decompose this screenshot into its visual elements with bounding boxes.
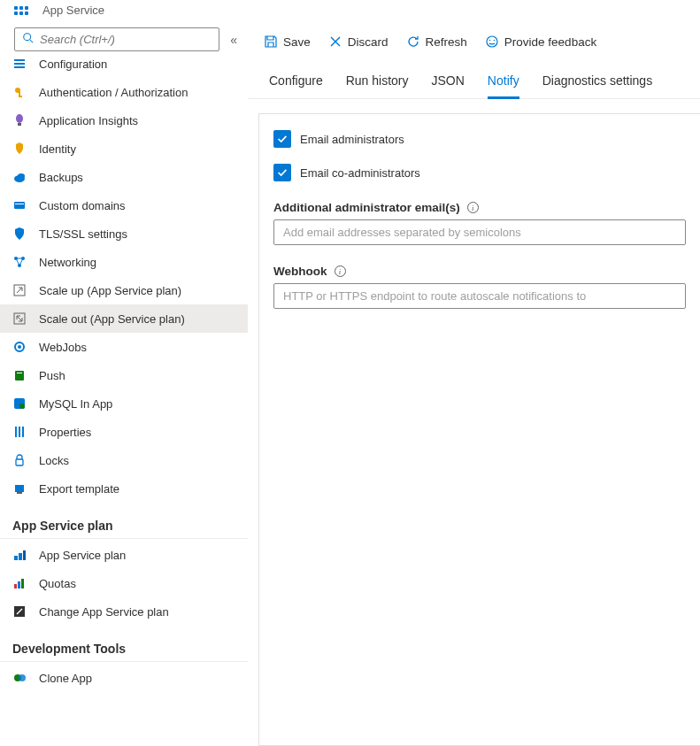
lock-icon <box>12 453 27 467</box>
email-coadmins-label: Email co-administrators <box>300 166 420 180</box>
refresh-button[interactable]: Refresh <box>406 35 467 49</box>
svg-rect-33 <box>17 492 22 494</box>
sidebar-item-authentication-authorization[interactable]: Authentication / Authorization <box>0 78 248 106</box>
search-icon <box>22 32 35 47</box>
discard-icon <box>328 35 342 49</box>
sidebar-item-application-insights[interactable]: Application Insights <box>0 106 248 135</box>
sidebar-item-mysql-in-app[interactable]: MySQL In App <box>0 389 248 418</box>
tab-diagnostics-settings[interactable]: Diagnostics settings <box>542 68 653 99</box>
notify-panel: Email administrators Email co-administra… <box>258 113 700 746</box>
svg-rect-12 <box>14 202 25 209</box>
identity-icon <box>12 142 27 156</box>
sidebar-item-label: MySQL In App <box>39 397 112 411</box>
svg-rect-25 <box>17 373 22 373</box>
sidebar-item-label: Scale out (App Service plan) <box>39 312 185 326</box>
svg-rect-31 <box>16 459 23 465</box>
sidebar-item-locks[interactable]: Locks <box>0 446 248 474</box>
sidebar-item-identity[interactable]: Identity <box>0 135 248 163</box>
discard-button[interactable]: Discard <box>328 35 388 49</box>
info-icon[interactable]: i <box>335 265 346 277</box>
sidebar-item-label: WebJobs <box>39 341 87 354</box>
email-coadmins-checkbox[interactable] <box>273 164 291 181</box>
svg-point-0 <box>24 34 31 41</box>
svg-point-27 <box>19 404 25 409</box>
svg-rect-2 <box>14 59 25 61</box>
save-icon <box>264 35 278 49</box>
svg-rect-24 <box>15 371 24 381</box>
sidebar-item-label: Backups <box>39 171 83 184</box>
save-button[interactable]: Save <box>264 35 311 49</box>
svg-rect-3 <box>14 63 25 65</box>
svg-rect-7 <box>19 96 22 97</box>
sidebar-item-configuration[interactable]: Configuration <box>0 57 248 78</box>
bulb-icon <box>12 113 27 127</box>
additional-emails-input[interactable] <box>273 219 686 245</box>
sidebar-item-app-service-plan[interactable]: App Service plan <box>0 541 248 569</box>
svg-rect-39 <box>21 579 24 588</box>
quotas-icon <box>12 576 27 590</box>
sidebar-item-export-template[interactable]: Export template <box>0 474 248 503</box>
scaleout-icon <box>12 311 27 326</box>
domain-icon <box>12 198 27 212</box>
svg-rect-28 <box>15 427 17 437</box>
search-field[interactable] <box>40 33 212 46</box>
sidebar-item-label: TLS/SSL settings <box>39 227 127 241</box>
main-panel: Save Discard Refresh Provide feedback <box>248 26 700 746</box>
svg-point-47 <box>494 40 496 42</box>
tab-configure[interactable]: Configure <box>269 68 323 99</box>
push-icon <box>12 368 27 382</box>
svg-line-1 <box>30 40 34 43</box>
sidebar-item-label: Custom domains <box>39 199 126 212</box>
sidebar-item-scale-out-app-service-plan[interactable]: Scale out (App Service plan) <box>0 304 248 333</box>
sidebar-item-label: Export template <box>39 482 119 496</box>
tab-notify[interactable]: Notify <box>488 68 519 99</box>
sidebar-item-properties[interactable]: Properties <box>0 418 248 446</box>
sidebar-item-custom-domains[interactable]: Custom domains <box>0 191 248 219</box>
sidebar-item-label: Scale up (App Service plan) <box>39 284 181 297</box>
export-icon <box>12 481 27 496</box>
sidebar-item-push[interactable]: Push <box>0 361 248 389</box>
sidebar-item-backups[interactable]: Backups <box>0 163 248 191</box>
sidebar-item-change-app-service-plan[interactable]: Change App Service plan <box>0 597 248 626</box>
clone-icon <box>12 671 27 685</box>
email-admins-checkbox[interactable] <box>273 130 291 148</box>
svg-rect-9 <box>18 123 21 126</box>
sidebar-item-label: Quotas <box>39 577 76 590</box>
svg-rect-30 <box>22 427 24 437</box>
search-input[interactable] <box>14 27 219 51</box>
sidebar-item-webjobs[interactable]: WebJobs <box>0 333 248 361</box>
feedback-button[interactable]: Provide feedback <box>485 35 596 49</box>
sidebar-item-scale-up-app-service-plan[interactable]: Scale up (App Service plan) <box>0 276 248 304</box>
tab-json[interactable]: JSON <box>432 68 465 99</box>
sidebar-item-label: Application Insights <box>39 114 138 127</box>
plan-icon <box>12 548 27 562</box>
sidebar-item-clone-app[interactable]: Clone App <box>0 664 248 692</box>
sidebar: « ConfigurationAuthentication / Authoriz… <box>0 26 248 746</box>
sidebar-item-networking[interactable]: Networking <box>0 248 248 276</box>
sidebar-item-label: Clone App <box>39 672 92 685</box>
sidebar-item-label: Locks <box>39 454 69 467</box>
webjobs-icon <box>12 340 27 354</box>
webhook-input[interactable] <box>273 283 686 309</box>
network-icon <box>12 255 27 269</box>
svg-rect-13 <box>15 204 24 204</box>
section-app-service-plan: App Service plan <box>0 503 248 539</box>
sidebar-item-label: Properties <box>39 426 91 439</box>
sidebar-item-tls-ssl-settings[interactable]: TLS/SSL settings <box>0 219 248 248</box>
svg-rect-38 <box>18 581 20 588</box>
collapse-sidebar-button[interactable]: « <box>227 29 241 50</box>
svg-point-42 <box>19 674 26 681</box>
sidebar-item-quotas[interactable]: Quotas <box>0 569 248 597</box>
shield-icon <box>12 227 27 241</box>
sidebar-item-label: Push <box>39 369 65 382</box>
svg-line-19 <box>19 258 23 265</box>
svg-rect-36 <box>23 550 26 560</box>
info-icon[interactable]: i <box>467 202 479 213</box>
webhook-label: Webhook <box>273 265 327 278</box>
sidebar-item-label: App Service plan <box>39 549 126 562</box>
mysql-icon <box>12 396 27 411</box>
sidebar-item-label: Authentication / Authorization <box>39 86 188 99</box>
header: App Service <box>0 0 700 26</box>
sidebar-nav: ConfigurationAuthentication / Authorizat… <box>0 57 248 746</box>
tab-run-history[interactable]: Run history <box>346 68 409 99</box>
